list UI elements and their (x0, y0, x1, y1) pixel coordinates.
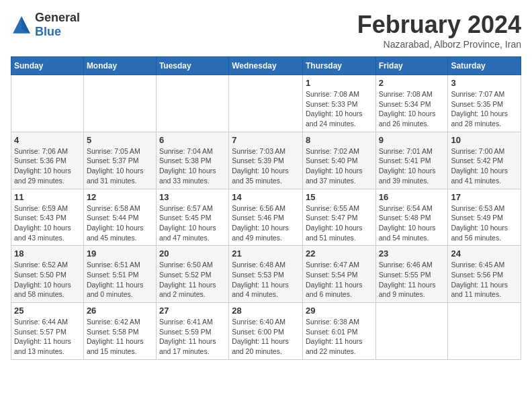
day-number: 2 (379, 78, 445, 88)
day-info: Sunrise: 6:47 AM Sunset: 5:54 PM Dayligh… (306, 260, 373, 300)
calendar-cell (11, 75, 84, 132)
weekday-header-tuesday: Tuesday (156, 57, 228, 75)
day-info: Sunrise: 6:55 AM Sunset: 5:47 PM Dayligh… (306, 203, 373, 243)
calendar-cell: 16Sunrise: 6:54 AM Sunset: 5:48 PM Dayli… (375, 189, 448, 246)
month-title: February 2024 (357, 11, 521, 39)
day-number: 27 (159, 306, 226, 316)
day-number: 23 (379, 248, 445, 259)
page-header: General Blue February 2024 Nazarabad, Al… (11, 11, 521, 50)
day-number: 28 (232, 306, 300, 316)
calendar-cell: 13Sunrise: 6:57 AM Sunset: 5:45 PM Dayli… (156, 189, 228, 246)
calendar-cell: 2Sunrise: 7:08 AM Sunset: 5:34 PM Daylig… (375, 75, 448, 132)
day-number: 8 (306, 135, 373, 145)
day-number: 25 (14, 306, 81, 316)
calendar-cell: 23Sunrise: 6:46 AM Sunset: 5:55 PM Dayli… (375, 246, 448, 303)
day-info: Sunrise: 6:57 AM Sunset: 5:45 PM Dayligh… (159, 203, 226, 243)
day-info: Sunrise: 6:41 AM Sunset: 5:59 PM Dayligh… (159, 317, 226, 357)
calendar-cell: 7Sunrise: 7:03 AM Sunset: 5:39 PM Daylig… (229, 132, 303, 189)
day-number: 16 (379, 192, 445, 202)
calendar-cell: 25Sunrise: 6:44 AM Sunset: 5:57 PM Dayli… (11, 303, 84, 360)
day-info: Sunrise: 7:03 AM Sunset: 5:39 PM Dayligh… (232, 146, 300, 186)
day-info: Sunrise: 7:00 AM Sunset: 5:42 PM Dayligh… (451, 146, 518, 186)
day-number: 12 (87, 192, 153, 202)
day-info: Sunrise: 6:54 AM Sunset: 5:48 PM Dayligh… (379, 203, 445, 243)
day-info: Sunrise: 6:42 AM Sunset: 5:58 PM Dayligh… (87, 317, 153, 357)
calendar-cell (448, 303, 521, 360)
weekday-header-thursday: Thursday (302, 57, 375, 75)
day-info: Sunrise: 6:51 AM Sunset: 5:51 PM Dayligh… (87, 260, 153, 300)
calendar-cell: 22Sunrise: 6:47 AM Sunset: 5:54 PM Dayli… (302, 246, 375, 303)
weekday-header-sunday: Sunday (11, 57, 84, 75)
day-number: 24 (451, 248, 518, 259)
day-info: Sunrise: 7:04 AM Sunset: 5:38 PM Dayligh… (159, 146, 226, 186)
calendar-cell: 10Sunrise: 7:00 AM Sunset: 5:42 PM Dayli… (448, 132, 521, 189)
day-info: Sunrise: 7:08 AM Sunset: 5:34 PM Dayligh… (379, 89, 445, 129)
calendar-cell: 17Sunrise: 6:53 AM Sunset: 5:49 PM Dayli… (448, 189, 521, 246)
day-info: Sunrise: 6:46 AM Sunset: 5:55 PM Dayligh… (379, 260, 445, 300)
day-info: Sunrise: 7:07 AM Sunset: 5:35 PM Dayligh… (451, 89, 518, 129)
day-number: 5 (87, 135, 153, 145)
day-number: 19 (87, 248, 153, 259)
calendar-cell: 4Sunrise: 7:06 AM Sunset: 5:36 PM Daylig… (11, 132, 84, 189)
calendar-cell: 1Sunrise: 7:08 AM Sunset: 5:33 PM Daylig… (302, 75, 375, 132)
day-number: 10 (451, 135, 518, 145)
day-number: 15 (306, 192, 373, 202)
calendar-cell: 8Sunrise: 7:02 AM Sunset: 5:40 PM Daylig… (302, 132, 375, 189)
calendar-cell: 11Sunrise: 6:59 AM Sunset: 5:43 PM Dayli… (11, 189, 84, 246)
calendar-table: SundayMondayTuesdayWednesdayThursdayFrid… (11, 56, 521, 360)
day-info: Sunrise: 6:40 AM Sunset: 6:00 PM Dayligh… (232, 317, 300, 357)
day-info: Sunrise: 6:38 AM Sunset: 6:01 PM Dayligh… (306, 317, 373, 357)
day-number: 20 (159, 248, 226, 259)
calendar-cell: 26Sunrise: 6:42 AM Sunset: 5:58 PM Dayli… (83, 303, 156, 360)
weekday-header-saturday: Saturday (448, 57, 521, 75)
calendar-cell: 3Sunrise: 7:07 AM Sunset: 5:35 PM Daylig… (448, 75, 521, 132)
calendar-cell: 14Sunrise: 6:56 AM Sunset: 5:46 PM Dayli… (229, 189, 303, 246)
day-info: Sunrise: 6:56 AM Sunset: 5:46 PM Dayligh… (232, 203, 300, 243)
day-number: 11 (14, 192, 81, 202)
day-number: 3 (451, 78, 518, 88)
day-number: 17 (451, 192, 518, 202)
day-number: 1 (306, 78, 373, 88)
day-info: Sunrise: 6:52 AM Sunset: 5:50 PM Dayligh… (14, 260, 81, 300)
calendar-cell (375, 303, 448, 360)
calendar-cell: 6Sunrise: 7:04 AM Sunset: 5:38 PM Daylig… (156, 132, 228, 189)
calendar-cell: 20Sunrise: 6:50 AM Sunset: 5:52 PM Dayli… (156, 246, 228, 303)
calendar-cell (83, 75, 156, 132)
day-info: Sunrise: 6:48 AM Sunset: 5:53 PM Dayligh… (232, 260, 300, 300)
calendar-cell: 15Sunrise: 6:55 AM Sunset: 5:47 PM Dayli… (302, 189, 375, 246)
calendar-cell: 28Sunrise: 6:40 AM Sunset: 6:00 PM Dayli… (229, 303, 303, 360)
day-info: Sunrise: 7:06 AM Sunset: 5:36 PM Dayligh… (14, 146, 81, 186)
day-number: 21 (232, 248, 300, 259)
logo: General Blue (11, 11, 80, 39)
weekday-header-wednesday: Wednesday (229, 57, 303, 75)
calendar-cell: 24Sunrise: 6:45 AM Sunset: 5:56 PM Dayli… (448, 246, 521, 303)
calendar-cell: 29Sunrise: 6:38 AM Sunset: 6:01 PM Dayli… (302, 303, 375, 360)
day-number: 4 (14, 135, 81, 145)
day-number: 6 (159, 135, 226, 145)
day-info: Sunrise: 6:45 AM Sunset: 5:56 PM Dayligh… (451, 260, 518, 300)
calendar-cell: 18Sunrise: 6:52 AM Sunset: 5:50 PM Dayli… (11, 246, 84, 303)
title-area: February 2024 Nazarabad, Alborz Province… (357, 11, 521, 50)
day-number: 7 (232, 135, 300, 145)
day-number: 13 (159, 192, 226, 202)
calendar-cell: 21Sunrise: 6:48 AM Sunset: 5:53 PM Dayli… (229, 246, 303, 303)
day-number: 29 (306, 306, 373, 316)
day-info: Sunrise: 7:08 AM Sunset: 5:33 PM Dayligh… (306, 89, 373, 129)
day-number: 9 (379, 135, 445, 145)
location-subtitle: Nazarabad, Alborz Province, Iran (357, 39, 521, 50)
calendar-cell (156, 75, 228, 132)
day-info: Sunrise: 6:58 AM Sunset: 5:44 PM Dayligh… (87, 203, 153, 243)
day-number: 26 (87, 306, 153, 316)
day-info: Sunrise: 6:44 AM Sunset: 5:57 PM Dayligh… (14, 317, 81, 357)
calendar-cell: 27Sunrise: 6:41 AM Sunset: 5:59 PM Dayli… (156, 303, 228, 360)
calendar-cell: 12Sunrise: 6:58 AM Sunset: 5:44 PM Dayli… (83, 189, 156, 246)
day-info: Sunrise: 7:01 AM Sunset: 5:41 PM Dayligh… (379, 146, 445, 186)
calendar-cell: 5Sunrise: 7:05 AM Sunset: 5:37 PM Daylig… (83, 132, 156, 189)
calendar-cell: 19Sunrise: 6:51 AM Sunset: 5:51 PM Dayli… (83, 246, 156, 303)
day-number: 14 (232, 192, 300, 202)
weekday-header-monday: Monday (83, 57, 156, 75)
day-info: Sunrise: 6:53 AM Sunset: 5:49 PM Dayligh… (451, 203, 518, 243)
day-info: Sunrise: 7:05 AM Sunset: 5:37 PM Dayligh… (87, 146, 153, 186)
day-number: 18 (14, 248, 81, 259)
calendar-cell: 9Sunrise: 7:01 AM Sunset: 5:41 PM Daylig… (375, 132, 448, 189)
